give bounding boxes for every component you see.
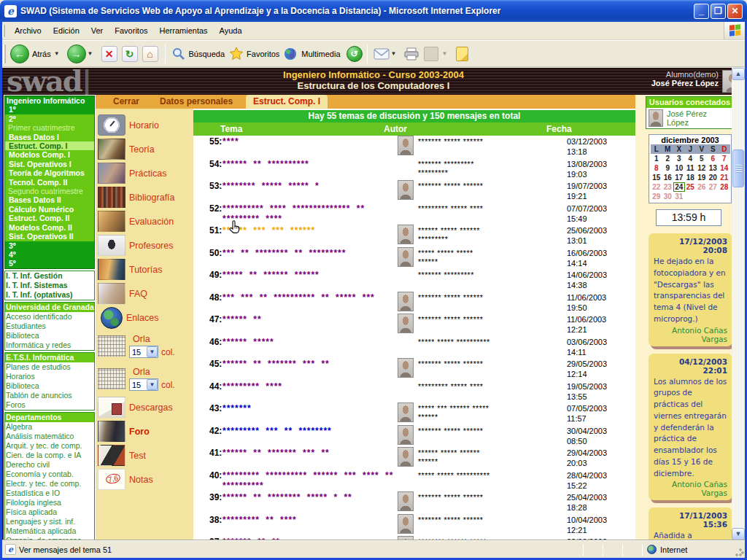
calendar-day[interactable]: 21 [719, 173, 730, 182]
scroll-up-button[interactable]: ▲ [732, 68, 745, 80]
calendar-day[interactable]: 22 [651, 182, 662, 192]
topic-link[interactable]: ****** ** ******** ***** * ** [222, 491, 398, 514]
sidebar-item-derecho-civil[interactable]: Derecho civil [5, 460, 94, 470]
topic-link[interactable]: ****** *** *** ****** [222, 225, 398, 247]
enlaces-icon[interactable] [101, 307, 123, 329]
calendar-day[interactable]: 27 [708, 182, 719, 192]
calendar-day[interactable]: 26 [696, 182, 708, 192]
calendar-day[interactable]: 31 [673, 192, 685, 201]
sidebar-item-primer-cuatrimestre[interactable]: Primer cuatrimestre [5, 123, 94, 132]
calendar-day[interactable]: 28 [719, 182, 730, 192]
sidebar-item-tecnol-comp-ii[interactable]: Tecnol. Comp. II [5, 178, 94, 187]
topic-link[interactable]: ********* ** **** [222, 514, 398, 537]
home-button[interactable]: ⌂ [142, 46, 158, 62]
sidebar-item-an-lisis-matem-tico[interactable]: Análisis matemático [5, 432, 94, 441]
toolbar-grip[interactable] [2, 25, 5, 37]
menu-ver[interactable]: Ver [85, 24, 109, 37]
discuss-icon[interactable] [456, 47, 468, 61]
mail-button[interactable]: ▼ [374, 48, 401, 60]
sidebar-item-f-sica-aplicada[interactable]: Física aplicada [5, 508, 94, 517]
topic-link[interactable]: ****** ** ******* *** ** [222, 447, 398, 470]
sidebar-item-segundo-cuatrimestre[interactable]: Segundo cuatrimestre [5, 187, 94, 195]
sidebar-item-teor-a-de-algoritmos[interactable]: Teoría de Algoritmos [5, 168, 94, 177]
topic-link[interactable]: ****** ** ********** [222, 158, 398, 181]
chevron-down-icon[interactable]: ▼ [147, 346, 158, 357]
sidebar-item-econom-a-y-contab-[interactable]: Economía y contab. [5, 470, 94, 479]
sidebar-item-biblioteca[interactable]: Biblioteca [5, 381, 94, 391]
refresh-button[interactable]: ↻ [122, 46, 138, 62]
sidebar-item-horarios[interactable]: Horarios [5, 372, 94, 381]
topic-link[interactable]: *** *** ** ********** ** ***** *** [222, 292, 398, 314]
calendar-day[interactable]: 19 [696, 173, 708, 182]
calendar-day[interactable]: 5 [696, 154, 708, 163]
menu-item-descargas[interactable]: Descargas [96, 395, 193, 419]
topic-link[interactable]: ********* *** ** ******** [222, 425, 398, 448]
resize-grip[interactable] [735, 547, 744, 556]
menu-herramientas[interactable]: Herramientas [154, 24, 214, 37]
menu-edición[interactable]: Edición [47, 24, 85, 37]
sidebar-item-i-t-inf-gesti-n[interactable]: I. T. Inf. Gestión [5, 271, 94, 281]
menu-item-teor-a[interactable]: Teoría [96, 137, 193, 161]
toolbar-grip[interactable] [3, 44, 6, 63]
topic-link[interactable]: ********** **** ************** ** ******… [222, 203, 398, 225]
calendar-day[interactable]: 8 [651, 163, 662, 173]
test-icon[interactable] [98, 445, 125, 466]
forward-button[interactable]: →▼ [67, 44, 98, 63]
menu-item-tutor-as[interactable]: Tutorías [96, 257, 193, 281]
calendar-day[interactable]: 10 [673, 163, 685, 173]
foro-icon[interactable] [98, 421, 125, 442]
faq-icon[interactable] [98, 283, 125, 304]
tab-estruct-comp-i[interactable]: Estruct. Comp. I [246, 95, 328, 109]
calendar-day[interactable]: 17 [673, 173, 685, 182]
topic-link[interactable]: **** [222, 136, 398, 158]
sidebar-item-estruct-comp-ii[interactable]: Estruct. Comp. II [5, 214, 94, 222]
sidebar-item-4-[interactable]: 4º [5, 250, 94, 259]
close-button[interactable]: ✕ [727, 4, 743, 19]
calendar-day[interactable]: 7 [719, 154, 730, 163]
topic-link[interactable]: ********* **** [222, 381, 398, 403]
sidebar-item-acceso-identificado[interactable]: Acceso identificado [5, 312, 94, 322]
sidebar-item-2-[interactable]: 2º [5, 114, 94, 123]
calendar-day[interactable]: 14 [719, 163, 730, 173]
menu-item-pr-cticas[interactable]: Prácticas [96, 161, 193, 185]
menu-item-enlaces[interactable]: Enlaces [96, 306, 193, 330]
chevron-down-icon[interactable]: ▼ [147, 379, 158, 390]
scroll-thumb[interactable] [732, 149, 744, 187]
tutorias-icon[interactable] [98, 259, 125, 280]
sidebar-item-1-[interactable]: 1º [5, 105, 94, 114]
sidebar-item-estudiantes[interactable]: Estudiantes [5, 322, 94, 331]
orla-columns-select[interactable]: 15▼ [129, 346, 158, 358]
maximize-button[interactable]: ❐ [711, 4, 726, 19]
stop-button[interactable]: ✕ [101, 46, 117, 62]
calendar-day[interactable]: 30 [662, 192, 674, 201]
topic-link[interactable]: ********* ********** ****** *** **** ** … [222, 470, 398, 492]
sidebar-item--lgebra[interactable]: Álgebra [5, 422, 94, 432]
calendar-day[interactable]: 12 [696, 163, 708, 173]
back-button[interactable]: ← Atrás▼ [10, 44, 64, 63]
menu-item-horario[interactable]: Horario [96, 113, 193, 137]
topic-link[interactable]: ******** ***** ***** * [222, 180, 398, 203]
favorites-button[interactable]: Favoritos [229, 47, 281, 61]
menu-item-orla[interactable]: Orla15▼col. [96, 362, 193, 395]
topic-link[interactable]: ****** ***** [222, 336, 398, 359]
topic-link[interactable]: ******* [222, 402, 398, 425]
connected-user[interactable]: José Pérez López [646, 108, 733, 128]
sidebar-item-3-[interactable]: 3º [5, 241, 94, 250]
topic-link[interactable]: ****** ** ******* *** ** [222, 358, 398, 381]
calendar-day[interactable]: 6 [708, 154, 719, 163]
calendar-day[interactable]: 1 [651, 154, 662, 163]
notas-icon[interactable] [98, 469, 125, 490]
sidebar-item-sist-operativos-ii[interactable]: Sist. Operativos II [5, 232, 94, 241]
calendar-day[interactable]: 25 [685, 182, 697, 192]
evaluacion-icon[interactable] [98, 211, 125, 232]
menu-ayuda[interactable]: Ayuda [214, 24, 248, 37]
descargas-icon[interactable] [98, 397, 125, 418]
search-button[interactable]: Búsqueda [171, 47, 227, 61]
orla-icon[interactable] [98, 335, 125, 357]
calendar-day[interactable]: 23 [662, 182, 674, 192]
sidebar-item-bases-datos-i[interactable]: Bases Datos I [5, 133, 94, 141]
sidebar-item-electr-y-tec-de-comp-[interactable]: Electr. y tec. de comp. [5, 479, 94, 489]
calendar-day[interactable]: 20 [708, 173, 719, 182]
media-button[interactable]: Multimedia [284, 47, 341, 61]
topic-link[interactable]: *** ** ******** ** ********* [222, 247, 398, 270]
